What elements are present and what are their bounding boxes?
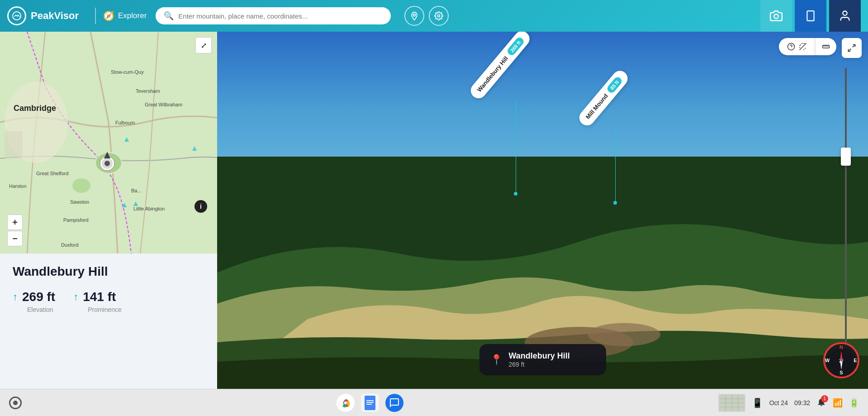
settings-button[interactable] [429, 6, 449, 26]
main-content: Cambridge Stow-cum-Quy Teversham Great W… [0, 32, 868, 389]
svg-text:Great Wilbraham: Great Wilbraham [145, 102, 182, 107]
google-docs-icon [361, 394, 379, 412]
measure-icon [822, 43, 830, 51]
prominence-value: 141 ft [83, 290, 116, 304]
svg-rect-10 [5, 131, 23, 158]
explorer-nav[interactable]: 🧭 Explorer [103, 10, 147, 21]
prominence-arrow-icon: ↑ [73, 291, 78, 303]
elevation-arrow-icon: ↑ [13, 291, 18, 303]
mobile-button[interactable] [795, 0, 826, 32]
logo[interactable]: PeakVisor [7, 6, 79, 25]
help-button[interactable] [779, 38, 816, 55]
svg-text:Little Abington: Little Abington [133, 206, 165, 211]
header: PeakVisor 🧭 Explorer 🔍 [0, 0, 868, 32]
wandlebury-label-line [516, 101, 516, 192]
taskbar-center [337, 394, 403, 412]
map-container[interactable]: Cambridge Stow-cum-Quy Teversham Great W… [0, 32, 217, 253]
taskbar: 📱 Oct 24 09:32 1 📶 🔋 [0, 389, 868, 416]
chrome-icon [339, 397, 352, 409]
svg-rect-4 [807, 11, 814, 21]
header-divider [95, 8, 96, 24]
svg-text:Harston: Harston [9, 183, 27, 189]
svg-text:E: E [854, 358, 857, 363]
taskbar-date: Oct 24 [769, 399, 788, 406]
svg-text:W: W [825, 358, 830, 363]
map-zoom-controls: + − [7, 215, 23, 246]
svg-text:Fulbourn: Fulbourn [115, 120, 135, 125]
compass-svg: N S E W 2° [823, 342, 860, 379]
prominence-stat: ↑ 141 ft Prominence [73, 290, 122, 313]
mill-mound-dot [613, 201, 617, 205]
logo-text: PeakVisor [31, 10, 79, 22]
spreadsheet-icon [719, 395, 745, 411]
mill-mound-label[interactable]: Mill Mound 85 ft [588, 113, 655, 205]
svg-point-32 [104, 161, 110, 166]
zoom-in-button[interactable]: + [7, 215, 23, 230]
svg-text:Sawston: Sawston [70, 199, 89, 205]
camera-button[interactable] [760, 0, 792, 32]
svg-text:Stow-cum-Quy: Stow-cum-Quy [111, 69, 144, 75]
ruler-icon [799, 43, 807, 51]
info-panel: Wandlebury Hill ↑ 269 ft Elevation ↑ 141… [0, 253, 217, 389]
info-bubble[interactable]: i [194, 200, 207, 213]
svg-text:N: N [840, 344, 843, 350]
compass: N S E W 2° [823, 342, 860, 381]
location-pin-button[interactable] [404, 6, 424, 26]
svg-point-58 [344, 402, 347, 404]
svg-text:Pampisford: Pampisford [63, 217, 89, 223]
explorer-label: Explorer [118, 11, 147, 20]
google-docs-app[interactable] [361, 394, 379, 412]
svg-line-44 [853, 45, 855, 48]
header-right [760, 0, 861, 32]
svg-rect-61 [366, 400, 374, 401]
battery-icon: 🔋 [849, 398, 859, 408]
taskbar-time: 09:32 [794, 399, 810, 406]
svg-text:Duxford: Duxford [61, 242, 79, 248]
spreadsheet-thumbnail[interactable] [718, 394, 745, 412]
expand-icon: ⤢ [201, 41, 207, 50]
info-card-title: Wandlebury Hill [509, 351, 570, 361]
svg-point-6 [843, 11, 847, 15]
map-expand-button[interactable]: ⤢ [195, 37, 212, 53]
record-button[interactable] [9, 397, 22, 409]
svg-point-2 [438, 15, 440, 17]
slider-thumb[interactable] [841, 148, 851, 166]
chrome-app[interactable] [337, 394, 355, 412]
search-input[interactable] [178, 12, 383, 20]
panorama-background: Wandlebury Hill 269 ft Mill Mound 85 ft [217, 32, 868, 389]
help-icon [787, 43, 795, 51]
search-bar[interactable]: 🔍 [156, 7, 391, 24]
info-card-location-icon: 📍 [490, 354, 503, 366]
user-button[interactable] [829, 0, 861, 32]
search-icon: 🔍 [164, 11, 174, 21]
wandlebury-dot [514, 192, 517, 196]
svg-rect-63 [366, 404, 372, 405]
measure-button[interactable] [816, 38, 836, 55]
svg-rect-62 [366, 402, 374, 403]
fullscreen-button[interactable] [842, 38, 862, 58]
svg-text:S: S [840, 370, 843, 375]
taskbar-right: 📱 Oct 24 09:32 1 📶 🔋 [718, 394, 859, 412]
info-card-text: Wandlebury Hill 269 ft [509, 351, 570, 368]
svg-point-1 [413, 14, 416, 16]
fullscreen-icon [847, 43, 856, 53]
wandlebury-hill-label[interactable]: Wandlebury Hill 269 ft [479, 86, 562, 196]
mill-mound-label-line [615, 129, 616, 201]
svg-line-45 [849, 49, 851, 52]
map-svg: Cambridge Stow-cum-Quy Teversham Great W… [0, 32, 217, 253]
svg-text:Cambridge: Cambridge [14, 104, 56, 113]
messages-app[interactable] [385, 394, 403, 412]
info-card-elevation: 269 ft [509, 361, 570, 368]
svg-point-3 [774, 14, 778, 19]
stats-row: ↑ 269 ft Elevation ↑ 141 ft Prominence [13, 290, 204, 313]
left-panel: Cambridge Stow-cum-Quy Teversham Great W… [0, 32, 217, 389]
taskbar-notification[interactable]: 1 [816, 397, 826, 409]
record-icon [13, 401, 18, 405]
zoom-out-button[interactable]: − [7, 231, 23, 246]
vertical-slider[interactable] [844, 68, 847, 353]
view-controls [779, 38, 836, 55]
svg-text:Ba...: Ba... [131, 188, 142, 193]
svg-point-12 [72, 178, 90, 193]
wifi-icon: 📶 [833, 398, 843, 408]
svg-text:Great Shelford: Great Shelford [36, 171, 69, 176]
